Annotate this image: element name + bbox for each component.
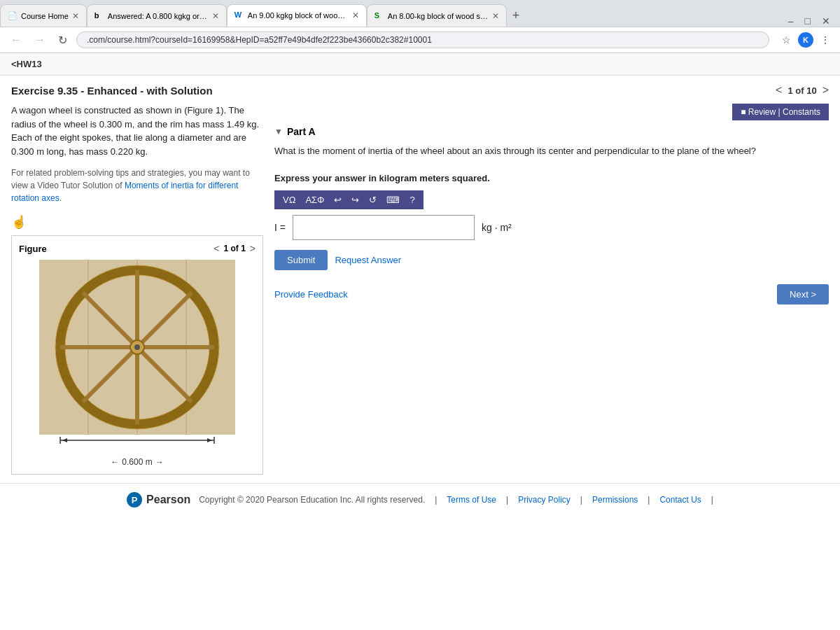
- part-a-label: Part A: [287, 126, 316, 137]
- browser-window: 📄 Course Home ✕ b Answered: A 0.800 kgkg…: [0, 0, 840, 630]
- figure-prev-button[interactable]: <: [214, 243, 219, 254]
- review-constants-button[interactable]: ■ Review | Constants: [732, 104, 829, 120]
- express-text: Express your answer in kilogram meters s…: [274, 173, 829, 183]
- question-text: What is the moment of inertia of the whe…: [274, 144, 829, 158]
- next-page-button[interactable]: >: [822, 84, 829, 97]
- left-column: A wagon wheel is constructed as shown in…: [11, 104, 263, 475]
- figure-label: Figure: [19, 244, 47, 254]
- extensions-button[interactable]: ⋮: [818, 33, 833, 47]
- toolbar-vomega-button[interactable]: VΩ: [280, 193, 298, 206]
- tab-close-3[interactable]: ✕: [352, 10, 359, 20]
- minimize-button[interactable]: –: [784, 15, 798, 27]
- main-container: Exercise 9.35 - Enhanced - with Solution…: [0, 76, 840, 483]
- toolbar-redo-button[interactable]: ↪: [349, 193, 362, 206]
- cursor-icon: ☝: [11, 215, 27, 229]
- tab-wood[interactable]: S An 8.00-kg block of wood sits at ✕: [367, 4, 507, 27]
- footer-separator-2: |: [506, 495, 508, 505]
- figure-header: Figure < 1 of 1 >: [19, 243, 255, 254]
- footer-permissions-link[interactable]: Permissions: [592, 495, 638, 505]
- wheel-svg: [39, 260, 235, 456]
- figure-next-button[interactable]: >: [250, 243, 255, 254]
- tab-label-1: Course Home: [21, 12, 69, 20]
- cursor-area: ☝: [11, 214, 263, 230]
- page-footer: P Pearson Copyright © 2020 Pearson Educa…: [0, 483, 840, 516]
- tab-close-1[interactable]: ✕: [72, 11, 79, 21]
- svg-marker-21: [207, 438, 212, 442]
- footer-privacy-link[interactable]: Privacy Policy: [518, 495, 570, 505]
- next-button[interactable]: Next >: [777, 284, 829, 304]
- tutor-link-text: For related problem-solving tips and str…: [11, 167, 263, 204]
- tab-course-home[interactable]: 📄 Course Home ✕: [0, 4, 87, 27]
- profile-button[interactable]: K: [798, 32, 813, 48]
- footer-separator-1: |: [435, 495, 437, 505]
- problem-text-1: A wagon wheel is constructed as shown in…: [11, 104, 263, 158]
- toolbar-reset-button[interactable]: ↺: [366, 193, 379, 206]
- request-answer-link[interactable]: Request Answer: [335, 255, 401, 265]
- svg-point-16: [134, 344, 140, 350]
- page-header: <HW13: [0, 53, 840, 76]
- answer-unit-label: kg · m²: [482, 222, 512, 233]
- pearson-label: Pearson: [146, 493, 190, 506]
- tab-icon-2: b: [94, 11, 104, 21]
- address-bar: ← → ↻ .com/course.html?courseId=16169958…: [0, 27, 840, 53]
- tab-label-3: An 9.00 kgkg block of wood sits: [248, 11, 349, 20]
- toolbar-asigma-button[interactable]: AΣΦ: [302, 193, 327, 206]
- reload-button[interactable]: ↻: [55, 32, 71, 48]
- footer-separator-5: |: [711, 495, 713, 505]
- answer-toolbar: VΩ AΣΦ ↩ ↪ ↺ ⌨ ?: [274, 190, 424, 209]
- tab-close-4[interactable]: ✕: [492, 11, 499, 21]
- right-column: ■ Review | Constants ▼ Part A What is th…: [274, 104, 829, 475]
- back-button[interactable]: ←: [7, 32, 25, 48]
- pearson-logo: P Pearson: [127, 492, 190, 507]
- toolbar-undo-button[interactable]: ↩: [331, 193, 344, 206]
- window-controls: – □ ✕: [784, 15, 840, 27]
- feedback-row: Provide Feedback Next >: [274, 284, 829, 304]
- prev-page-button[interactable]: <: [776, 84, 782, 97]
- restore-button[interactable]: □: [801, 15, 815, 27]
- forward-button[interactable]: →: [31, 32, 49, 48]
- tab-icon-4: S: [374, 11, 384, 21]
- page-current: 1 of 10: [788, 85, 816, 96]
- dimension-arrow-left: ←: [111, 457, 119, 467]
- toolbar-keyboard-button[interactable]: ⌨: [384, 193, 402, 206]
- wheel-figure: ← 0.600 m →: [19, 260, 255, 467]
- content-columns: A wagon wheel is constructed as shown in…: [11, 104, 829, 475]
- part-a-header: ▼ Part A: [274, 126, 829, 137]
- tab-icon-1: 📄: [8, 11, 18, 21]
- url-text: .com/course.html?courseId=16169958&HepID…: [87, 35, 432, 45]
- svg-marker-20: [62, 438, 67, 442]
- tab-label-4: An 8.00-kg block of wood sits at: [388, 12, 489, 20]
- footer-copyright: Copyright © 2020 Pearson Education Inc. …: [199, 495, 425, 505]
- bookmark-button[interactable]: ☆: [779, 33, 794, 47]
- tab-active[interactable]: W An 9.00 kgkg block of wood sits ✕: [227, 4, 367, 27]
- problem-text: A wagon wheel is constructed as shown in…: [11, 104, 263, 158]
- dimension-value: 0.600 m: [122, 457, 152, 467]
- tab-close-2[interactable]: ✕: [212, 11, 219, 21]
- close-button[interactable]: ✕: [818, 15, 834, 27]
- figure-nav: < 1 of 1 >: [214, 243, 255, 254]
- part-arrow-icon: ▼: [274, 127, 283, 136]
- figure-page: 1 of 1: [223, 244, 245, 253]
- figure-container: Figure < 1 of 1 >: [11, 235, 263, 475]
- url-bar[interactable]: .com/course.html?courseId=16169958&HepID…: [76, 31, 769, 48]
- answer-input[interactable]: [293, 215, 475, 240]
- page-content: <HW13 Exercise 9.35 - Enhanced - with So…: [0, 53, 840, 630]
- pearson-p-icon: P: [127, 492, 142, 507]
- tab-label-2: Answered: A 0.800 kgkg orname: [108, 12, 209, 20]
- exercise-title-text: Exercise 9.35 - Enhanced - with Solution: [11, 85, 213, 97]
- footer-separator-4: |: [648, 495, 650, 505]
- tab-answered[interactable]: b Answered: A 0.800 kgkg orname ✕: [87, 4, 227, 27]
- footer-terms-link[interactable]: Terms of Use: [447, 495, 496, 505]
- action-row: Submit Request Answer: [274, 250, 829, 270]
- add-tab-button[interactable]: +: [507, 8, 526, 23]
- hw-label: <HW13: [11, 59, 42, 69]
- submit-button[interactable]: Submit: [274, 250, 328, 270]
- tab-icon-3: W: [234, 10, 244, 20]
- provide-feedback-link[interactable]: Provide Feedback: [274, 289, 348, 300]
- toolbar-help-button[interactable]: ?: [407, 193, 417, 206]
- answer-row: I = kg · m²: [274, 215, 829, 240]
- pagination-nav: < 1 of 10 >: [776, 84, 829, 97]
- browser-actions: ☆ K ⋮: [779, 32, 833, 48]
- answer-equals-label: I =: [274, 222, 286, 233]
- footer-contact-link[interactable]: Contact Us: [659, 495, 701, 505]
